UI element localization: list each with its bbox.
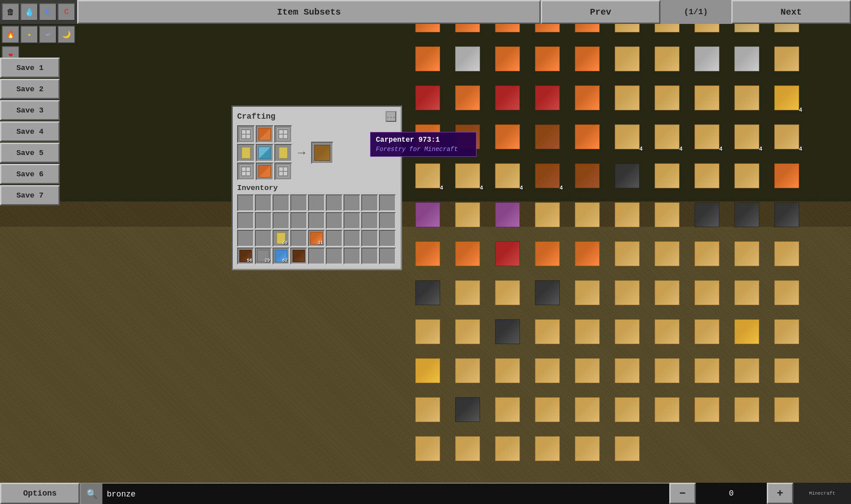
right-item-86[interactable] xyxy=(649,314,685,349)
right-item-10[interactable] xyxy=(410,41,445,77)
inv-slot-32[interactable] xyxy=(344,248,360,264)
craft-slot-1-0[interactable] xyxy=(237,144,255,162)
right-item-50[interactable] xyxy=(410,197,445,233)
inv-slot-23[interactable] xyxy=(326,230,343,247)
right-item-49[interactable] xyxy=(769,158,804,194)
right-item-23[interactable] xyxy=(530,80,565,116)
right-item-65[interactable] xyxy=(609,236,645,271)
inv-slot-25[interactable] xyxy=(361,230,378,247)
c-icon-2[interactable]: C xyxy=(58,3,75,21)
next-button[interactable]: Next xyxy=(731,0,851,24)
right-item-70[interactable] xyxy=(410,275,445,310)
right-item-39[interactable]: 4 xyxy=(769,119,804,155)
save-1-button[interactable]: Save 1 xyxy=(0,58,60,78)
right-item-100[interactable] xyxy=(410,392,445,427)
right-item-26[interactable] xyxy=(649,80,685,116)
right-item-97[interactable] xyxy=(689,353,725,388)
right-item-16[interactable] xyxy=(649,41,685,77)
right-item-75[interactable] xyxy=(609,275,645,310)
arrow-icon[interactable]: ↩ xyxy=(39,26,57,43)
right-item-40[interactable]: 4 xyxy=(410,158,445,194)
star-icon[interactable]: ✦ xyxy=(20,26,38,43)
right-item-91[interactable] xyxy=(450,353,485,388)
craft-slot-1-2[interactable] xyxy=(274,144,292,162)
right-item-20[interactable] xyxy=(410,80,445,116)
inv-slot-lamp-60[interactable]: 60 xyxy=(273,230,289,247)
right-item-37[interactable]: 4 xyxy=(689,119,725,155)
inv-slot-21[interactable] xyxy=(290,230,307,247)
item-subsets-button[interactable]: Item Subsets xyxy=(77,0,541,24)
right-item-69[interactable] xyxy=(769,236,804,271)
right-item-76[interactable] xyxy=(649,275,685,310)
right-item-14[interactable] xyxy=(570,41,605,77)
right-item-35[interactable]: 4 xyxy=(609,119,645,155)
inv-slot-17[interactable] xyxy=(379,212,396,229)
right-item-77[interactable] xyxy=(689,275,725,310)
inv-slot-2[interactable] xyxy=(273,194,289,211)
inv-slot-30[interactable] xyxy=(308,248,325,264)
right-item-47[interactable] xyxy=(689,158,725,194)
right-item-51[interactable] xyxy=(450,197,485,233)
right-item-32[interactable] xyxy=(490,119,525,155)
right-item-48[interactable] xyxy=(729,158,765,194)
craft-slot-1-1[interactable] xyxy=(256,144,273,162)
right-item-103[interactable] xyxy=(530,392,565,427)
right-item-72[interactable] xyxy=(490,275,525,310)
plus-button[interactable]: + xyxy=(767,483,793,504)
inv-slot-stone-29[interactable]: 29 xyxy=(255,248,272,264)
right-item-96[interactable] xyxy=(649,353,685,388)
right-item-104[interactable] xyxy=(570,392,605,427)
right-item-95[interactable] xyxy=(609,353,645,388)
right-item-41[interactable]: 4 xyxy=(450,158,485,194)
inv-slot-wood-31[interactable]: 31 xyxy=(308,230,325,247)
right-item-112[interactable] xyxy=(490,431,525,466)
right-item-101[interactable] xyxy=(450,392,485,427)
trash-icon[interactable]: 🗑 xyxy=(2,3,20,21)
minus-button[interactable]: − xyxy=(669,483,696,504)
right-item-34[interactable] xyxy=(570,119,605,155)
right-item-109[interactable] xyxy=(769,392,804,427)
right-item-107[interactable] xyxy=(689,392,725,427)
right-item-54[interactable] xyxy=(570,197,605,233)
inv-slot-dark-56[interactable]: 56 xyxy=(237,248,254,264)
result-slot[interactable] xyxy=(311,142,333,164)
right-item-71[interactable] xyxy=(450,275,485,310)
inv-slot-4[interactable] xyxy=(308,194,325,211)
right-item-113[interactable] xyxy=(530,431,565,466)
right-item-115[interactable] xyxy=(609,431,645,466)
right-item-11[interactable] xyxy=(450,41,485,77)
inv-slot-3[interactable] xyxy=(290,194,307,211)
save-7-button[interactable]: Save 7 xyxy=(0,185,60,205)
right-item-114[interactable] xyxy=(570,431,605,466)
save-5-button[interactable]: Save 5 xyxy=(0,143,60,163)
right-item-84[interactable] xyxy=(570,314,605,349)
craft-slot-2-1[interactable] xyxy=(256,163,273,180)
right-item-66[interactable] xyxy=(649,236,685,271)
right-item-85[interactable] xyxy=(609,314,645,349)
right-item-13[interactable] xyxy=(530,41,565,77)
right-item-90[interactable] xyxy=(410,353,445,388)
right-item-67[interactable] xyxy=(689,236,725,271)
inv-slot-14[interactable] xyxy=(326,212,343,229)
inv-slot-orange-62[interactable]: 62 xyxy=(273,248,289,264)
right-item-28[interactable] xyxy=(729,80,765,116)
right-item-102[interactable] xyxy=(490,392,525,427)
right-item-98[interactable] xyxy=(729,353,765,388)
inv-slot-16[interactable] xyxy=(361,212,378,229)
right-item-45[interactable] xyxy=(609,158,645,194)
craft-slot-0-0[interactable] xyxy=(237,125,255,143)
inv-slot-34[interactable] xyxy=(379,248,396,264)
inv-slot-12[interactable] xyxy=(290,212,307,229)
right-item-17[interactable] xyxy=(689,41,725,77)
right-item-87[interactable] xyxy=(689,314,725,349)
crafting-menu-button[interactable]: ... xyxy=(386,111,396,122)
right-item-89[interactable] xyxy=(769,314,804,349)
right-item-57[interactable] xyxy=(689,197,725,233)
right-item-38[interactable]: 4 xyxy=(729,119,765,155)
right-item-21[interactable] xyxy=(450,80,485,116)
right-item-56[interactable] xyxy=(649,197,685,233)
right-item-111[interactable] xyxy=(450,431,485,466)
inv-slot-9[interactable] xyxy=(237,212,254,229)
right-item-62[interactable] xyxy=(490,236,525,271)
right-item-88[interactable] xyxy=(729,314,765,349)
